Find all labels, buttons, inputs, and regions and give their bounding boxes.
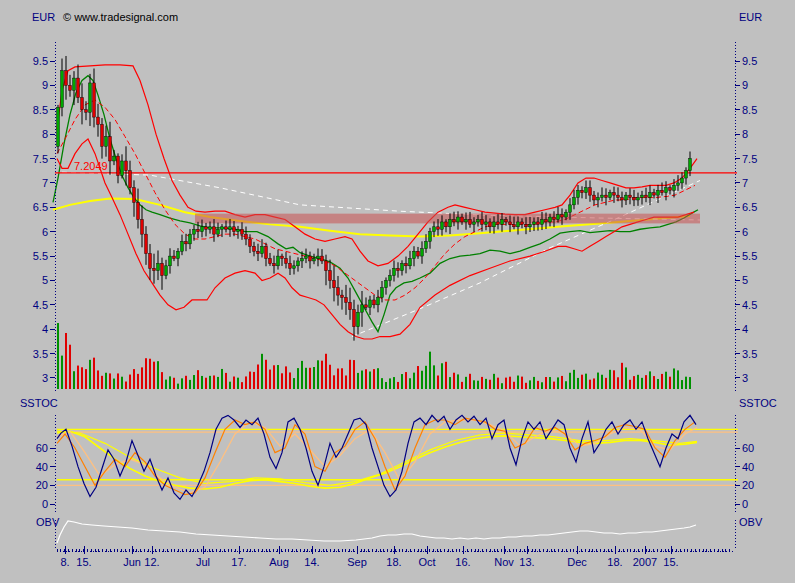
obv-line xyxy=(57,521,696,543)
price-tick-label: 7 xyxy=(42,177,48,189)
date-tick-label: 12. xyxy=(144,556,159,568)
stoch-tick-label: 0 xyxy=(42,498,48,510)
price-tick-label: 4.5 xyxy=(742,299,757,311)
price-tick-label: 6 xyxy=(42,226,48,238)
date-tick-label: 15. xyxy=(76,556,91,568)
price-tick-label: 6.5 xyxy=(742,201,757,213)
price-tick-label: 7.5 xyxy=(33,153,48,165)
date-tick-label: Jul xyxy=(196,556,210,568)
price-tick-label: 9 xyxy=(42,79,48,91)
price-tick-label: 3 xyxy=(42,372,48,384)
obv-panel xyxy=(57,521,696,543)
date-tick-label: 8. xyxy=(60,556,69,568)
date-tick-label: 17. xyxy=(231,556,246,568)
price-tick-label: 3.5 xyxy=(742,348,757,360)
price-tick-label: 8.5 xyxy=(33,104,48,116)
date-tick-label: Jun xyxy=(123,556,141,568)
date-tick-label: Sep xyxy=(347,556,367,568)
date-tick-label: Aug xyxy=(269,556,289,568)
chart-canvas[interactable]: 9.59.5998.58.5887.57.5776.56.5665.55.555… xyxy=(0,0,795,583)
date-tick-label: 2007 xyxy=(633,556,657,568)
stoch-tick-label: 40 xyxy=(36,461,48,473)
price-tick-label: 9.5 xyxy=(742,55,757,67)
price-tick-label: 4 xyxy=(42,323,48,335)
date-tick-label: Dec xyxy=(567,556,587,568)
price-tick-label: 4.5 xyxy=(33,299,48,311)
stoch-tick-label: 40 xyxy=(742,461,754,473)
stoch-tick-label: 20 xyxy=(742,479,754,491)
price-tick-label: 3.5 xyxy=(33,348,48,360)
price-tick-label: 5.5 xyxy=(33,250,48,262)
price-tick-label: 4 xyxy=(742,323,748,335)
date-tick-label: Oct xyxy=(418,556,435,568)
date-tick-label: 18. xyxy=(607,556,622,568)
price-tick-label: 7.5 xyxy=(742,153,757,165)
date-tick-label: 14. xyxy=(304,556,319,568)
price-tick-label: 8 xyxy=(42,128,48,140)
price-tick-label: 9 xyxy=(742,79,748,91)
date-tick-label: 15. xyxy=(663,556,678,568)
price-tick-label: 3 xyxy=(742,372,748,384)
trading-chart-window: EUR © www.tradesignal.com EUR SSTOC SSTO… xyxy=(0,0,795,583)
price-tick-label: 5.5 xyxy=(742,250,757,262)
price-tick-label: 7 xyxy=(742,177,748,189)
candlesticks xyxy=(57,56,692,341)
stoch-tick-label: 60 xyxy=(742,442,754,454)
price-tick-label: 6 xyxy=(742,226,748,238)
price-tick-label: 8 xyxy=(742,128,748,140)
date-tick-label: 13. xyxy=(519,556,534,568)
date-tick-label: 16. xyxy=(455,556,470,568)
stoch-tick-label: 0 xyxy=(742,498,748,510)
price-tick-label: 8.5 xyxy=(742,104,757,116)
date-tick-label: Nov xyxy=(494,556,514,568)
stoch-panel xyxy=(57,415,738,499)
price-tick-label: 5 xyxy=(742,274,748,286)
date-tick-label: 18. xyxy=(386,556,401,568)
price-tick-label: 5 xyxy=(42,274,48,286)
price-tick-label: 9.5 xyxy=(33,55,48,67)
stoch-tick-label: 60 xyxy=(36,442,48,454)
stoch-tick-label: 20 xyxy=(36,479,48,491)
volume-bars xyxy=(57,323,691,389)
price-tick-label: 6.5 xyxy=(33,201,48,213)
